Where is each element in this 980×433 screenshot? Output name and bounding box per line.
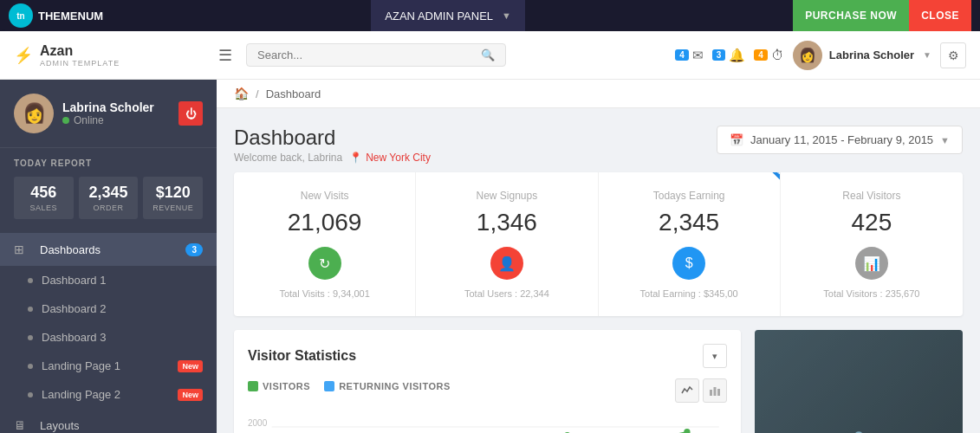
close-button[interactable]: CLOSE: [909, 0, 971, 31]
dot-icon: [28, 307, 33, 312]
visitors-value: 425: [798, 209, 945, 236]
search-icon: 🔍: [481, 48, 495, 61]
sidebar-item-dashboard1[interactable]: Dashboard 1: [0, 266, 217, 294]
visitors-legend-dot: [248, 381, 258, 391]
sales-value: 456: [19, 184, 68, 202]
visitor-card-title: Visitor Statistics: [248, 348, 356, 364]
search-box[interactable]: 🔍: [246, 43, 506, 67]
landing1-label: Landing Page 1: [42, 359, 120, 372]
tasks-badge[interactable]: 4 ⏱: [754, 48, 784, 62]
todays-earning-card: Today Todays Earning 2,345 $ Total Earni…: [599, 172, 781, 316]
new-visits-footer: Total Visits : 9,34,001: [251, 288, 398, 299]
breadcrumb: 🏠 / Dashboard: [217, 80, 980, 108]
home-icon[interactable]: 🏠: [234, 87, 249, 100]
returning-legend-dot: [324, 381, 334, 391]
breadcrumb-separator: /: [256, 87, 259, 100]
chart-type-bar-button[interactable]: [703, 378, 727, 403]
breadcrumb-current: Dashboard: [266, 87, 321, 100]
earning-icon: $: [672, 247, 705, 280]
dropdown-arrow-icon: ▼: [923, 50, 931, 60]
new-badge-landing1: New: [178, 360, 203, 372]
bottom-row: Visitor Statistics ▾ VISITORS RETURNING: [234, 330, 963, 433]
sidebar-item-layouts[interactable]: 🖥 Layouts: [0, 409, 217, 433]
sidebar-item-dashboards[interactable]: ⊞ Dashboards 3: [0, 233, 217, 266]
order-label: ORDER: [84, 204, 133, 212]
chart-area: 2000: [248, 410, 727, 433]
settings-button[interactable]: ⚙: [940, 42, 966, 68]
envelope-icon: ✉: [692, 48, 704, 63]
top-nav-left: tn THEMENUM: [9, 3, 103, 28]
today-report-section: TODAY REPORT 456 SALES 2,345 ORDER $120 …: [0, 148, 217, 226]
title-statistics: Statistics: [295, 348, 356, 363]
dashboards-label: Dashboards: [40, 243, 101, 256]
sidebar-item-dashboard2[interactable]: Dashboard 2: [0, 294, 217, 323]
sidebar-item-landing1[interactable]: Landing Page 1 New: [0, 352, 217, 380]
location-tag: 📍 New York City: [349, 152, 431, 164]
chart-type-line-button[interactable]: [675, 378, 699, 403]
dashboard3-label: Dashboard 3: [42, 331, 106, 344]
visits-icon: ↻: [308, 247, 341, 280]
real-visitors-card: Real Visitors 425 📊 Total Visitors : 235…: [781, 172, 963, 316]
dashboards-icon: ⊞: [14, 242, 31, 256]
visitor-chart: [248, 410, 727, 433]
signups-icon: 👤: [490, 247, 523, 280]
power-button[interactable]: ⏻: [178, 101, 203, 126]
visitors-label: Real Visitors: [798, 190, 945, 202]
purchase-button[interactable]: PURCHASE NOW: [793, 0, 909, 31]
signups-footer: Total Users : 22,344: [433, 288, 580, 299]
pin-icon: 📍: [349, 152, 362, 164]
steve-jobs-card: ⚓ Steve Jobs Time: [755, 330, 963, 433]
panel-title[interactable]: AZAN ADMIN PANEL ▼: [371, 0, 525, 31]
top-navigation: tn THEMENUM AZAN ADMIN PANEL ▼ PURCHASE …: [0, 0, 980, 31]
page-title-area: Dashboard Welcome back, Labrina 📍 New Yo…: [234, 126, 431, 164]
order-value: 2,345: [84, 184, 133, 202]
location-text: New York City: [366, 152, 431, 164]
panel-label: AZAN ADMIN PANEL: [385, 10, 493, 23]
sidebar-avatar: 👩: [14, 94, 54, 133]
search-input[interactable]: [257, 48, 474, 61]
svg-rect-4: [717, 389, 720, 396]
date-range-text: January 11, 2015 - February 9, 2015: [750, 133, 933, 146]
status-dot: [62, 117, 69, 124]
chart-legend: VISITORS RETURNING VISITORS: [248, 381, 451, 391]
hamburger-button[interactable]: ☰: [218, 46, 232, 65]
dashboards-badge: 3: [185, 243, 203, 256]
main-layout: 👩 Labrina Scholer Online ⏻ TODAY REPORT …: [0, 80, 980, 433]
svg-text:tn: tn: [16, 11, 24, 21]
new-visits-value: 21,069: [251, 209, 398, 236]
new-visits-label: New Visits: [251, 190, 398, 202]
brand-text: Azan ADMIN TEMPLATE: [40, 43, 120, 68]
stats-cards: New Visits 21,069 ↻ Total Visits : 9,34,…: [234, 172, 963, 316]
sidebar-item-landing2[interactable]: Landing Page 2 New: [0, 380, 217, 409]
subtitle-text: Welcome back, Labrina: [234, 152, 342, 164]
bell-icon: 🔔: [729, 48, 745, 63]
page-subtitle: Welcome back, Labrina 📍 New York City: [234, 152, 431, 164]
visitor-card-dropdown[interactable]: ▾: [703, 344, 727, 368]
sidebar-user-status: Online: [62, 114, 154, 126]
user-menu[interactable]: 👩 Labrina Scholer ▼: [793, 41, 931, 70]
revenue-stat: $120 REVENUE: [143, 177, 203, 219]
sidebar-item-dashboard3[interactable]: Dashboard 3: [0, 323, 217, 352]
layouts-label: Layouts: [40, 419, 80, 432]
revenue-label: REVENUE: [148, 204, 198, 212]
sidebar-user-info: Labrina Scholer Online: [62, 100, 154, 126]
dot-icon: [28, 392, 33, 397]
date-picker-button[interactable]: 📅 January 11, 2015 - February 9, 2015 ▼: [717, 126, 963, 154]
page-title: Dashboard: [234, 126, 431, 150]
chart-y-label: 2000: [248, 418, 267, 428]
title-visitor: Visitor: [248, 348, 291, 363]
app-subtitle: ADMIN TEMPLATE: [40, 59, 120, 68]
sales-stat: 456 SALES: [14, 177, 74, 219]
visitors-icon: 📊: [855, 247, 888, 280]
visitors-legend-label: VISITORS: [263, 381, 310, 391]
task-count: 4: [754, 49, 768, 61]
status-label: Online: [74, 114, 104, 126]
messages-badge[interactable]: 4 ✉: [675, 48, 704, 63]
visitor-statistics-card: Visitor Statistics ▾ VISITORS RETURNING: [234, 330, 741, 433]
returning-legend: RETURNING VISITORS: [324, 381, 451, 391]
nav-section: ⊞ Dashboards 3 Dashboard 1 Dashboard 2 D…: [0, 233, 217, 433]
page-header: Dashboard Welcome back, Labrina 📍 New Yo…: [217, 108, 980, 172]
notifications-badge[interactable]: 3 🔔: [712, 48, 746, 63]
dot-icon: [28, 335, 33, 340]
signups-value: 1,346: [433, 209, 580, 236]
